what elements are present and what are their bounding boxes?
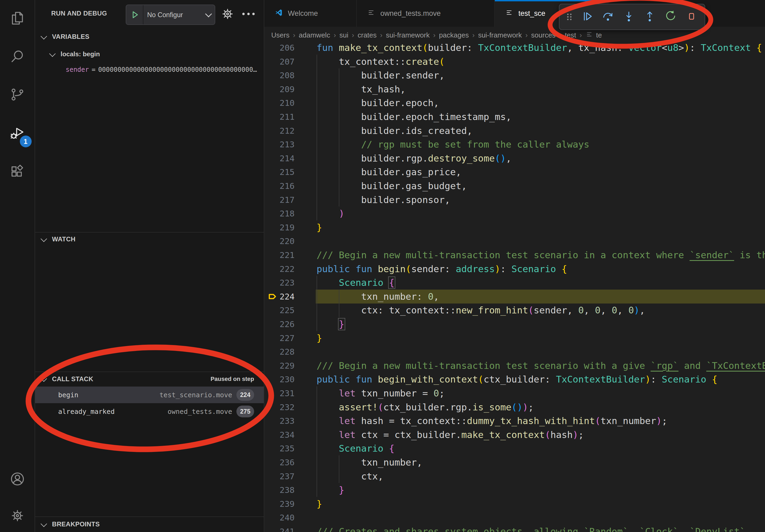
step-into-button[interactable] [618,6,639,28]
watch-section-header[interactable]: WATCH [35,232,264,246]
debug-toolbar [559,4,705,30]
step-over-button[interactable] [597,6,618,28]
line-content: builder.gas_price, [317,165,461,179]
line-number: 210 [264,96,295,110]
line-number: 233 [264,414,295,428]
variables-section-header[interactable]: VARIABLES [35,30,264,43]
code-line-241: 241/// Creates and shares system objects… [264,524,765,532]
tab-label: owned_tests.move [381,9,441,18]
section-label: WATCH [52,235,76,243]
more-actions-icon[interactable] [240,6,257,21]
move-file-icon [367,8,376,19]
activity-bar-item-settings[interactable] [5,504,30,529]
breadcrumb-item[interactable]: Users [271,31,290,39]
code-line-223: 223 Scenario { [264,276,765,290]
line-number: 212 [264,124,295,138]
breadcrumb-item[interactable]: crates [358,31,377,39]
chevron-down-icon [205,10,212,17]
activity-bar-item-explorer[interactable] [5,6,30,31]
tab-welcome[interactable]: Welcome [264,0,357,27]
line-number: 220 [264,234,295,248]
call-stack-frame-begin[interactable]: begintest_scenario.move224 [35,387,264,403]
frame-line-badge: 224 [237,389,254,401]
step-out-button[interactable] [639,6,660,28]
breadcrumb-item[interactable]: sources [531,31,556,39]
line-content: tx_context::create( [317,55,445,69]
line-number: 231 [264,386,295,400]
variable-sender[interactable]: sender=000000000000000000000000000000000… [66,63,260,77]
continue-button[interactable] [576,6,597,28]
code-line-207: 207 tx_context::create( [264,55,765,69]
line-content: assert!(ctx_builder.rgp.is_some()); [317,400,534,414]
line-content: Scenario { [317,441,394,455]
breadcrumb-item[interactable]: test [565,31,576,39]
breadcrumb-separator: › [349,31,358,39]
frame-function-name: begin [58,391,78,399]
code-line-240: 240 [264,511,765,524]
code-line-218: 218 ) [264,206,765,220]
line-number: 237 [264,469,295,483]
section-label: BREAKPOINTS [52,520,100,528]
line-number: 238 [264,483,295,497]
debug-settings-gear-icon[interactable] [220,6,235,21]
activity-bar-item-extensions[interactable] [5,160,30,185]
code-editor[interactable]: 206fun make_tx_context(builder: TxContex… [264,44,765,532]
source-control-icon [9,86,26,104]
breadcrumb-item-file[interactable]: te [585,30,602,40]
call-stack-frame-already_marked[interactable]: already_markedowned_tests.move275 [35,403,264,420]
activity-bar-item-search[interactable] [5,45,30,69]
line-number: 225 [264,303,295,317]
stop-button[interactable] [681,6,702,28]
code-line-238: 238 } [264,483,765,497]
line-content: /// Creates and shares system objects, a… [317,524,745,532]
breadcrumb-file-label: te [596,31,602,39]
activity-bar-item-source-control[interactable] [5,83,30,108]
code-line-230: 230public fun begin_with_context(ctx_bui… [264,372,765,386]
tab-owned-tests-move[interactable]: owned_tests.move [357,0,495,27]
code-line-220: 220 [264,234,765,248]
frame-file-name: test_scenario.move [160,391,232,399]
line-number: 236 [264,455,295,469]
activity-bar-item-accounts[interactable] [5,467,30,492]
code-line-219: 219} [264,220,765,234]
step-into-icon [622,9,636,24]
line-number: 219 [264,220,295,234]
variables-scope-locals[interactable]: locals: begin [35,47,264,61]
launch-configuration-dropdown[interactable]: No Configur [126,5,215,25]
section-label: CALL STACK [52,375,93,383]
breadcrumb-item[interactable]: sui-framework [478,31,522,39]
line-content: txn_number: 0, [317,290,439,304]
line-content: builder.gas_budget, [317,179,467,193]
search-icon [9,48,26,66]
restart-button[interactable] [660,6,681,28]
line-number: 209 [264,82,295,96]
line-number: 235 [264,441,295,455]
breakpoints-section-header[interactable]: BREAKPOINTS [35,517,264,531]
code-line-234: 234 let ctx = ctx_builder.make_tx_contex… [264,428,765,442]
toolbar-drag-handle[interactable] [562,6,576,28]
code-line-225: 225 ctx: tx_context::new_from_hint(sende… [264,303,765,317]
chevron-down-icon [40,520,47,527]
line-content: fun make_tx_context(builder: TxContextBu… [317,44,762,55]
equals-sign: = [89,66,98,73]
line-content: } [317,483,345,497]
breadcrumb-item[interactable]: sui-framework [386,31,430,39]
code-line-214: 214 builder.rgp.destroy_some(), [264,151,765,165]
line-content: let txn_number = 0; [317,386,445,400]
start-debugging-icon[interactable] [126,5,143,24]
line-content: builder.sponsor, [317,193,450,207]
breadcrumb-item[interactable]: adamwelc [299,31,330,39]
breadcrumb-item[interactable]: sui [339,31,348,39]
code-line-221: 221/// Begin a new multi-transaction tes… [264,248,765,262]
code-line-217: 217 builder.sponsor, [264,193,765,207]
line-number: 239 [264,497,295,511]
breadcrumb-item[interactable]: packages [439,31,469,39]
move-file-icon [585,30,593,40]
line-number: 240 [264,511,295,524]
paused-status-label: Paused on step [211,376,254,383]
code-line-233: 233 let hash = tx_context::dummy_tx_hash… [264,414,765,428]
call-stack-section-header[interactable]: CALL STACK Paused on step [35,372,264,386]
continue-icon [580,9,594,24]
line-content: builder.epoch_timestamp_ms, [317,110,511,124]
activity-bar-item-run-and-debug[interactable]: 1 [5,122,30,146]
